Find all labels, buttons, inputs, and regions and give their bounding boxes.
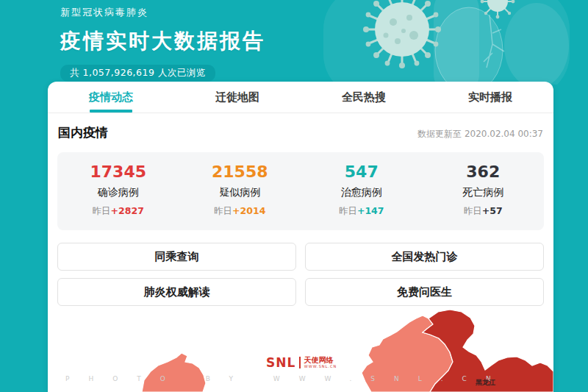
suspected-delta: +2014 — [232, 205, 265, 216]
china-map[interactable]: PHOTO BY WWW.SNL.CN SNL 天使网络 WWW.SNL.CN … — [48, 305, 553, 392]
snl-logo-divider — [299, 357, 301, 368]
header-subtitle: 新型冠状病毒肺炎 — [60, 6, 265, 19]
data-updated-timestamp: 数据更新至 2020.02.04 00:37 — [417, 128, 543, 140]
snl-logo-url: WWW.SNL.CN — [304, 365, 337, 368]
virus-small-icon — [481, 0, 515, 18]
stat-confirmed: 17345 确诊病例 昨日+2827 — [57, 163, 179, 218]
content-card: 疫情动态 迁徙地图 全民热搜 实时播报 国内疫情 数据更新至 2020.02.0… — [48, 82, 553, 392]
tab-migration-map[interactable]: 迁徙地图 — [174, 82, 301, 113]
section-header: 国内疫情 数据更新至 2020.02.04 00:37 — [58, 124, 543, 141]
lungs-virus-illustration — [316, 0, 588, 85]
fever-clinic-button[interactable]: 全国发热门诊 — [305, 243, 544, 271]
suspected-label: 疑似病例 — [179, 186, 301, 199]
cured-label: 治愈病例 — [301, 186, 423, 199]
tab-label: 迁徙地图 — [215, 90, 259, 104]
confirmed-delta: +2827 — [111, 205, 144, 216]
cured-delta: +147 — [357, 205, 384, 216]
header-banner: 新型冠状病毒肺炎 疫情实时大数据报告 共 1,057,926,619 人次已浏览 — [0, 0, 588, 82]
snl-logo-text: SNL — [266, 355, 295, 370]
snl-logo-cn: 天使网络 — [304, 357, 337, 364]
free-doctor-button[interactable]: 免费问医生 — [305, 278, 544, 306]
views-badge: 共 1,057,926,619 人次已浏览 — [60, 65, 215, 82]
stat-cured: 547 治愈病例 昨日+147 — [301, 163, 423, 218]
stat-suspected: 21558 疑似病例 昨日+2014 — [179, 163, 301, 218]
snl-logo: SNL 天使网络 WWW.SNL.CN — [266, 355, 337, 370]
delta-prefix: 昨日 — [93, 205, 111, 216]
suspected-value: 21558 — [179, 163, 301, 181]
same-trip-query-button[interactable]: 同乘查询 — [57, 243, 296, 271]
tab-epidemic-status[interactable]: 疫情动态 — [48, 82, 174, 113]
tab-bar: 疫情动态 迁徙地图 全民热搜 实时播报 — [48, 82, 553, 113]
province-xinjiang — [142, 353, 206, 392]
delta-prefix: 昨日 — [214, 205, 232, 216]
tab-live-broadcast[interactable]: 实时播报 — [427, 82, 553, 113]
pneumonia-interpretation-button[interactable]: 肺炎权威解读 — [57, 278, 296, 306]
page-title: 疫情实时大数据报告 — [60, 27, 265, 55]
delta-prefix: 昨日 — [464, 205, 482, 216]
section-title: 国内疫情 — [58, 124, 108, 141]
confirmed-label: 确诊病例 — [57, 186, 179, 199]
deaths-delta: +57 — [482, 205, 503, 216]
tab-label: 疫情动态 — [89, 90, 133, 104]
deaths-label: 死亡病例 — [423, 186, 545, 199]
active-tab-underline — [90, 110, 132, 113]
quick-actions: 同乘查询 全国发热门诊 肺炎权威解读 免费问医生 — [57, 243, 544, 306]
stat-deaths: 362 死亡病例 昨日+57 — [423, 163, 545, 218]
tab-label: 全民热搜 — [342, 90, 386, 104]
stats-panel: 17345 确诊病例 昨日+2827 21558 疑似病例 昨日+2014 54… — [57, 152, 544, 230]
virus-icon — [363, 0, 441, 68]
delta-prefix: 昨日 — [339, 205, 357, 216]
lungs-icon — [435, 3, 569, 85]
deaths-value: 362 — [423, 163, 545, 181]
tab-label: 实时播报 — [468, 90, 512, 104]
tab-hot-search[interactable]: 全民热搜 — [301, 82, 427, 113]
confirmed-value: 17345 — [57, 163, 179, 181]
cured-value: 547 — [301, 163, 423, 181]
province-label-heilongjiang: 黑龙江 — [476, 378, 495, 388]
